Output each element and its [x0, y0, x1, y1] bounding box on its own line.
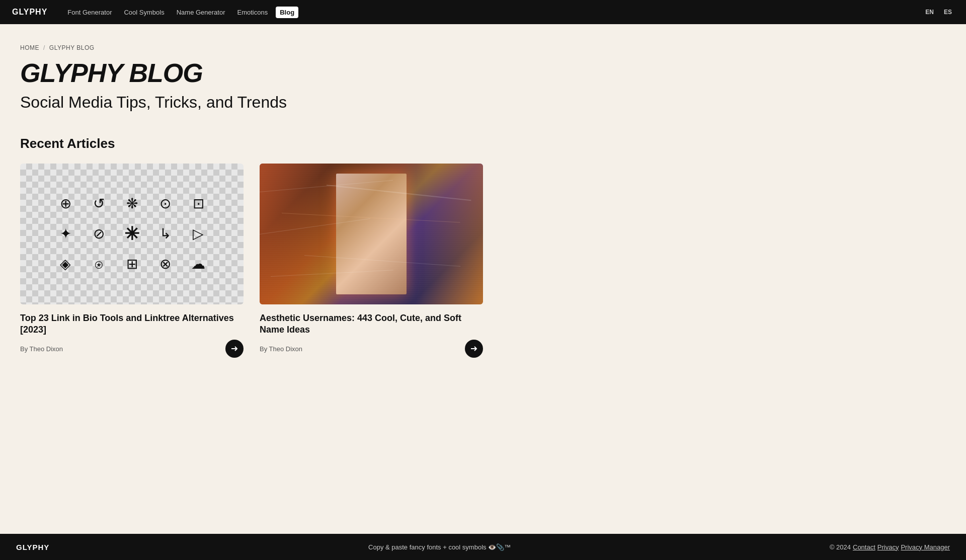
article-author-2: By Theo Dixon — [260, 345, 302, 353]
breadcrumb-home[interactable]: HOME — [20, 44, 39, 51]
article-author-row-2: By Theo Dixon — [260, 340, 483, 358]
icon-6: ✦ — [60, 227, 71, 241]
icon-7: ⊘ — [93, 227, 105, 241]
lang-en[interactable]: EN — [923, 8, 936, 17]
article-author-1: By Theo Dixon — [20, 345, 63, 353]
icon-15: ☁ — [191, 257, 205, 271]
footer-privacy-manager[interactable]: Privacy Manager — [901, 543, 950, 551]
icon-3: ❋ — [126, 197, 138, 211]
article-card-1[interactable]: ⊕ ↺ ❋ ⊙ ⊡ ✦ ⊘ ✳ ↳ ▷ ◈ ⍟ ⊞ ⊗ ☁ Top 23 L — [20, 164, 244, 358]
icon-5: ⊡ — [193, 197, 204, 211]
navbar-nav: Font Generator Cool Symbols Name Generat… — [63, 7, 298, 18]
article-thumbnail-1: ⊕ ↺ ❋ ⊙ ⊡ ✦ ⊘ ✳ ↳ ▷ ◈ ⍟ ⊞ ⊗ ☁ — [20, 164, 244, 304]
footer-privacy[interactable]: Privacy — [877, 543, 899, 551]
aesthetic-bg — [260, 164, 483, 304]
article-title-1: Top 23 Link in Bio Tools and Linktree Al… — [20, 312, 244, 336]
article-title-2: Aesthetic Usernames: 443 Cool, Cute, and… — [260, 312, 483, 336]
navbar-right: EN ES — [923, 8, 954, 17]
breadcrumb-separator: / — [43, 44, 45, 51]
arrow-right-icon-1 — [230, 345, 238, 353]
footer-tagline: Copy & paste fancy fonts + cool symbols … — [368, 543, 511, 551]
icon-9: ↳ — [159, 227, 171, 241]
breadcrumb-current: GLYPHY BLOG — [49, 44, 95, 51]
page-title: GLYPHY BLOG — [20, 59, 483, 87]
articles-grid: ⊕ ↺ ❋ ⊙ ⊡ ✦ ⊘ ✳ ↳ ▷ ◈ ⍟ ⊞ ⊗ ☁ Top 23 L — [20, 164, 483, 358]
nav-cool-symbols[interactable]: Cool Symbols — [120, 7, 168, 18]
navbar-logo[interactable]: GLYPHY — [12, 8, 47, 17]
nav-name-generator[interactable]: Name Generator — [173, 7, 229, 18]
icon-13: ⊞ — [126, 257, 138, 271]
footer-right: © 2024 Contact Privacy Privacy Manager — [830, 543, 950, 551]
scratch-lines — [260, 164, 483, 304]
main-content: HOME / GLYPHY BLOG GLYPHY BLOG Social Me… — [0, 24, 503, 388]
footer-contact[interactable]: Contact — [853, 543, 875, 551]
navbar: GLYPHY Font Generator Cool Symbols Name … — [0, 0, 966, 24]
article-arrow-1[interactable] — [225, 340, 244, 358]
article-thumbnail-2 — [260, 164, 483, 304]
lang-es[interactable]: ES — [942, 8, 954, 17]
icon-8: ✳ — [124, 225, 139, 243]
article-arrow-2[interactable] — [465, 340, 483, 358]
breadcrumb: HOME / GLYPHY BLOG — [20, 44, 483, 51]
footer-logo[interactable]: GLYPHY — [16, 543, 49, 551]
icon-2: ↺ — [93, 197, 105, 211]
icon-grid: ⊕ ↺ ❋ ⊙ ⊡ ✦ ⊘ ✳ ↳ ▷ ◈ ⍟ ⊞ ⊗ ☁ — [58, 197, 206, 271]
article-card-2[interactable]: Aesthetic Usernames: 443 Cool, Cute, and… — [260, 164, 483, 358]
arrow-right-icon-2 — [470, 345, 478, 353]
section-title: Recent Articles — [20, 136, 483, 151]
nav-emoticons[interactable]: Emoticons — [233, 7, 272, 18]
navbar-left: GLYPHY Font Generator Cool Symbols Name … — [12, 7, 298, 18]
icon-11: ◈ — [60, 257, 71, 271]
article-author-row-1: By Theo Dixon — [20, 340, 244, 358]
icon-1: ⊕ — [60, 197, 71, 211]
nav-font-generator[interactable]: Font Generator — [63, 7, 116, 18]
icon-10: ▷ — [193, 227, 204, 241]
icon-14: ⊗ — [159, 257, 171, 271]
footer-copyright: © 2024 — [830, 543, 851, 551]
nav-blog[interactable]: Blog — [276, 7, 298, 18]
icon-4: ⊙ — [159, 197, 171, 211]
icon-12: ⍟ — [95, 257, 103, 271]
footer: GLYPHY Copy & paste fancy fonts + cool s… — [0, 534, 966, 560]
page-subtitle: Social Media Tips, Tricks, and Trends — [20, 93, 483, 112]
